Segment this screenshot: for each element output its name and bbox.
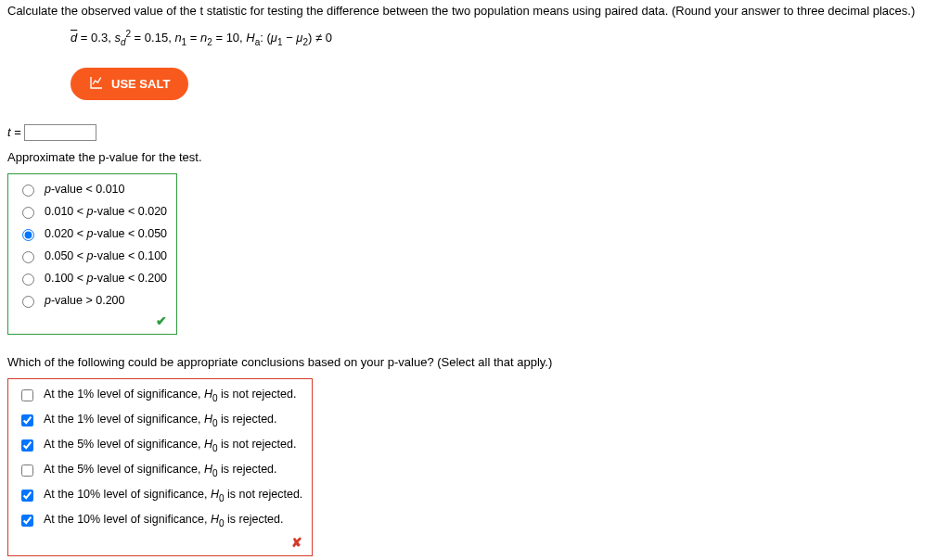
conclusion-option-label: At the 10% level of significance, H0 is …: [44, 513, 283, 528]
pvalue-option-label: 0.100 < p-value < 0.200: [45, 272, 167, 285]
conclusion-checkbox[interactable]: [21, 465, 33, 477]
chart-icon: [89, 75, 104, 93]
pvalue-option-label: p-value > 0.200: [45, 294, 125, 307]
conclusion-option[interactable]: At the 10% level of significance, H0 is …: [16, 483, 304, 508]
conclusion-option-label: At the 1% level of significance, H0 is n…: [44, 388, 296, 403]
given-data: d = 0.3, sd2 = 0.15, n1 = n2 = 10, Ha: (…: [71, 29, 943, 47]
pvalue-option-label: 0.010 < p-value < 0.020: [45, 205, 167, 218]
use-salt-label: USE SALT: [111, 77, 170, 91]
pvalue-question: Approximate the p-value for the test.: [7, 150, 943, 164]
pvalue-radio[interactable]: [22, 251, 34, 263]
pvalue-radio[interactable]: [22, 229, 34, 241]
conclusion-option[interactable]: At the 1% level of significance, H0 is r…: [16, 408, 304, 433]
conclusion-checkbox[interactable]: [21, 515, 33, 527]
t-value-input[interactable]: [24, 124, 96, 141]
cross-icon: ✘: [291, 535, 302, 550]
conclusion-checkbox[interactable]: [21, 389, 33, 401]
use-salt-button[interactable]: USE SALT: [71, 68, 188, 100]
question-main-text: Calculate the observed value of the t st…: [7, 4, 943, 18]
pvalue-radio[interactable]: [22, 296, 34, 308]
pvalue-radio[interactable]: [22, 185, 34, 197]
conclusion-option[interactable]: At the 1% level of significance, H0 is n…: [16, 383, 304, 408]
pvalue-radio[interactable]: [22, 207, 34, 219]
conclusion-option[interactable]: At the 5% level of significance, H0 is r…: [16, 458, 304, 483]
conclusion-option-label: At the 5% level of significance, H0 is r…: [44, 463, 277, 478]
pvalue-option[interactable]: 0.020 < p-value < 0.050: [16, 223, 169, 245]
conclusion-checkbox[interactable]: [21, 490, 33, 502]
pvalue-option-label: 0.050 < p-value < 0.100: [45, 249, 167, 262]
conclusion-checkbox[interactable]: [21, 439, 33, 452]
pvalue-option[interactable]: p-value > 0.200: [16, 289, 169, 312]
conclusion-option-label: At the 5% level of significance, H0 is n…: [44, 438, 296, 453]
conclusions-choice-box: At the 1% level of significance, H0 is n…: [7, 378, 313, 556]
conclusion-option-label: At the 10% level of significance, H0 is …: [44, 488, 302, 503]
pvalue-radio[interactable]: [22, 274, 34, 286]
pvalue-option[interactable]: 0.010 < p-value < 0.020: [16, 200, 169, 223]
pvalue-option-label: p-value < 0.010: [45, 183, 125, 196]
t-input-row: t =: [7, 124, 943, 141]
t-label: t: [7, 125, 11, 139]
conclusion-option[interactable]: At the 10% level of significance, H0 is …: [16, 508, 304, 533]
pvalue-option[interactable]: p-value < 0.010: [16, 178, 169, 200]
pvalue-option[interactable]: 0.100 < p-value < 0.200: [16, 267, 169, 289]
pvalue-option-label: 0.020 < p-value < 0.050: [45, 227, 167, 240]
conclusion-option-label: At the 1% level of significance, H0 is r…: [44, 413, 277, 428]
check-icon: ✔: [156, 313, 167, 328]
pvalue-option[interactable]: 0.050 < p-value < 0.100: [16, 245, 169, 267]
conclusion-option[interactable]: At the 5% level of significance, H0 is n…: [16, 433, 304, 458]
pvalue-choice-box: p-value < 0.0100.010 < p-value < 0.0200.…: [7, 173, 177, 335]
conclusion-checkbox[interactable]: [21, 414, 33, 426]
conclusions-question: Which of the following could be appropri…: [7, 355, 943, 369]
